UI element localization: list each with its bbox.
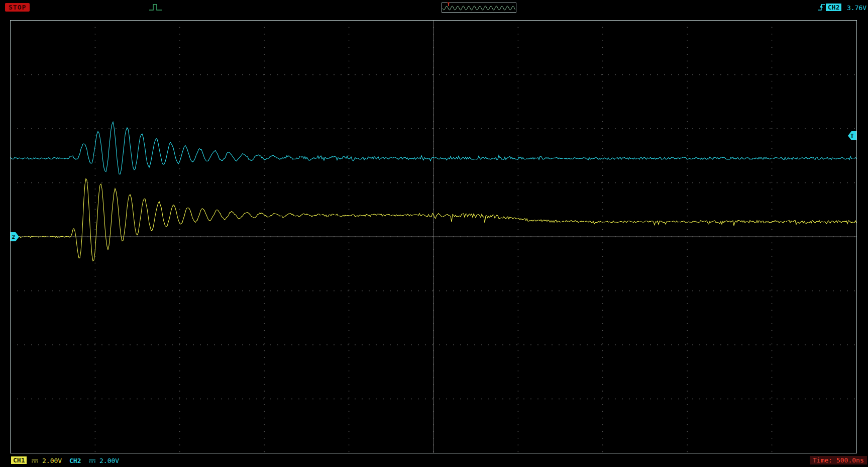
svg-text:T: T	[850, 133, 854, 139]
svg-text:2: 2	[12, 234, 16, 240]
scope-display: 2T	[10, 20, 857, 453]
top-status-bar: STOP T CH2 3.76V	[0, 0, 868, 20]
ch1-badge: CH1	[11, 456, 27, 464]
waveform-plot: 2T	[11, 21, 856, 453]
bottom-readout-bar: CH1 2.00V CH2 2.00V Time: 500.0ns	[0, 455, 868, 467]
ch2-scale-readout: 2.00V	[99, 457, 119, 464]
record-position-preview: T	[442, 3, 516, 13]
timebase-readout: Time: 500.0ns	[810, 456, 867, 464]
dc-coupling-icon	[31, 458, 39, 463]
ch2-label: CH2	[69, 457, 81, 464]
rising-edge-icon	[817, 2, 825, 12]
trigger-level-readout: 3.76V	[847, 4, 866, 12]
trigger-source-badge: CH2	[826, 4, 841, 11]
pulse-icon	[149, 3, 163, 12]
ch1-scale-readout: 2.00V	[42, 457, 62, 464]
run-stop-status: STOP	[5, 3, 30, 12]
waveform-preview-icon	[443, 4, 515, 12]
dc-coupling-icon	[88, 458, 96, 463]
